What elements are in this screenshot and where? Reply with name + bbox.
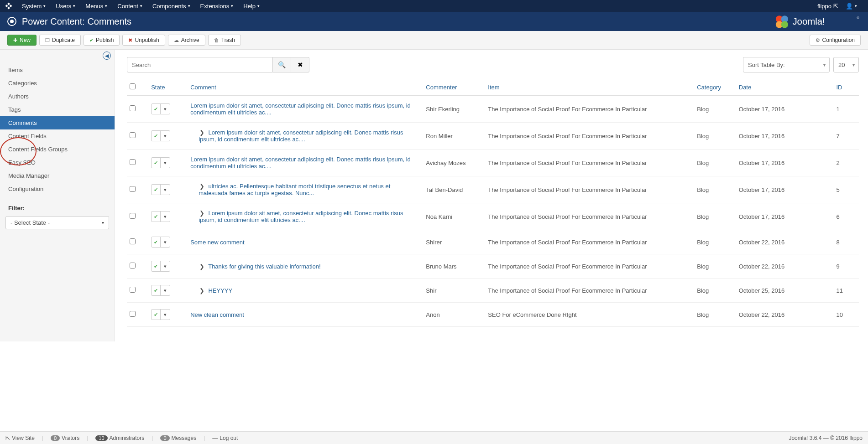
chevron-down-icon: ▾ [257,4,260,8]
search-input[interactable] [127,57,273,72]
sidebar-item-categories[interactable]: Categories [0,77,115,90]
comment-link[interactable]: Some new comment [190,239,245,246]
current-user[interactable]: flippo ⇱ [817,3,838,10]
row-checkbox[interactable] [130,132,136,138]
col-id[interactable]: ID [833,79,859,96]
page-title: Power Content: Comments [22,16,131,27]
col-comment[interactable]: Comment [188,79,423,96]
state-filter-select[interactable]: - Select State - ▾ [5,216,109,229]
configuration-button[interactable]: ⚙Configuration [810,35,861,46]
sidebar-item-configuration[interactable]: Configuration [0,182,115,196]
trash-label: Trash [221,37,235,43]
id-cell: 5 [833,176,859,203]
clear-search-button[interactable]: ✖ [291,57,309,72]
comment-link[interactable]: Lorem ipsum dolor sit amet, consectetur … [190,156,411,170]
row-checkbox[interactable] [130,287,136,293]
state-toggle[interactable]: ✔▾ [151,184,170,195]
sidebar-item-tags[interactable]: Tags [0,103,115,116]
comment-link[interactable]: Lorem ipsum dolor sit amet, consectetur … [190,102,411,116]
row-checkbox[interactable] [130,213,136,219]
copy-icon: ❐ [45,37,50,43]
collapse-sidebar-button[interactable]: ◀ [103,52,111,60]
menu-system[interactable]: System ▾ [18,1,49,11]
menu-extensions[interactable]: Extensions ▾ [197,1,237,11]
sort-select[interactable]: Sort Table By: [743,57,830,72]
sidebar-item-authors[interactable]: Authors [0,90,115,103]
row-checkbox[interactable] [130,238,136,244]
col-date[interactable]: Date [736,79,834,96]
sidebar-item-content-fields-groups[interactable]: Content Fields Groups [0,143,115,156]
check-icon: ✔ [152,131,161,141]
state-toggle[interactable]: ✔▾ [151,157,170,168]
duplicate-button[interactable]: ❐Duplicate [39,35,81,46]
comment-link[interactable]: HEYYYY [208,287,232,294]
sidebar-item-easy-seo[interactable]: Easy SEO [0,156,115,169]
col-commenter[interactable]: Commenter [423,79,485,96]
archive-button[interactable]: ☁Archive [168,35,205,46]
limit-value: 20 [838,62,845,68]
date-cell: October 25, 2016 [736,279,834,303]
unpublish-label: Unpublish [135,37,159,43]
user-menu[interactable]: 👤 ▾ [842,1,861,11]
sidebar-item-comments[interactable]: Comments [0,116,115,129]
menu-users[interactable]: Users ▾ [52,1,79,11]
trash-icon: 🗑 [214,37,219,43]
archive-label: Archive [181,37,199,43]
check-icon: ✔ [89,37,94,43]
trash-button[interactable]: 🗑Trash [208,35,241,46]
id-cell: 11 [833,279,859,303]
limit-select[interactable]: 20 [833,57,859,72]
state-toggle[interactable]: ✔▾ [151,309,170,320]
check-icon: ✔ [152,310,161,320]
search-row: 🔍 ✖ Sort Table By: 20 [127,57,859,72]
commenter-cell: Anon [423,303,485,327]
chevron-right-icon: ❯ [199,287,205,294]
check-icon: ✔ [152,285,161,295]
select-all-checkbox[interactable] [130,83,136,89]
row-checkbox[interactable] [130,186,136,192]
menu-components[interactable]: Components ▾ [149,1,194,11]
menu-menus[interactable]: Menus ▾ [82,1,111,11]
joomla-logo: Joomla! ® [775,14,861,29]
sidebar-item-media-manager[interactable]: Media Manager [0,169,115,182]
comment-link[interactable]: ultricies ac. Pellentesque habitant morb… [199,183,390,196]
row-checkbox[interactable] [130,159,136,165]
col-item[interactable]: Item [485,79,694,96]
col-category[interactable]: Category [694,79,736,96]
svg-point-3 [781,21,788,28]
state-toggle[interactable]: ✔▾ [151,285,170,296]
new-button[interactable]: ✚New [7,35,37,46]
filter-heading: Filter: [0,196,115,216]
comment-link[interactable]: Lorem ipsum dolor sit amet, consectetur … [199,129,403,143]
comment-link[interactable]: New clean comment [190,311,244,318]
row-checkbox[interactable] [130,311,136,317]
commenter-cell: Shirer [423,230,485,254]
comment-link[interactable]: Thanks for giving this valuable informat… [208,263,320,270]
sort-label: Sort Table By: [748,62,785,68]
state-toggle[interactable]: ✔▾ [151,130,170,141]
col-state[interactable]: State [148,79,188,96]
top-menubar: System ▾Users ▾Menus ▾Content ▾Component… [0,0,868,12]
item-cell: The Importance of Social Proof For Ecomm… [485,254,694,279]
item-cell: The Importance of Social Proof For Ecomm… [485,203,694,230]
publish-button[interactable]: ✔Publish [84,35,120,46]
unpublish-button[interactable]: ✖Unpublish [122,35,165,46]
state-toggle[interactable]: ✔▾ [151,237,170,248]
search-button[interactable]: 🔍 [273,57,291,72]
row-checkbox[interactable] [130,105,136,111]
menu-content[interactable]: Content ▾ [114,1,146,11]
id-cell: 7 [833,123,859,150]
sidebar-item-items[interactable]: Items [0,63,115,77]
row-checkbox[interactable] [130,263,136,268]
item-cell: The Importance of Social Proof For Ecomm… [485,230,694,254]
chevron-down-icon: ▾ [188,4,190,8]
date-cell: October 22, 2016 [736,254,834,279]
commenter-cell: Shir Ekerling [423,96,485,123]
comment-link[interactable]: Lorem ipsum dolor sit amet, consectetur … [199,210,403,223]
state-toggle[interactable]: ✔▾ [151,211,170,222]
sidebar-item-content-fields[interactable]: Content Fields [0,129,115,143]
state-toggle[interactable]: ✔▾ [151,103,170,114]
state-toggle[interactable]: ✔▾ [151,261,170,272]
item-cell: The Importance of Social Proof For Ecomm… [485,123,694,150]
menu-help[interactable]: Help ▾ [240,1,263,11]
